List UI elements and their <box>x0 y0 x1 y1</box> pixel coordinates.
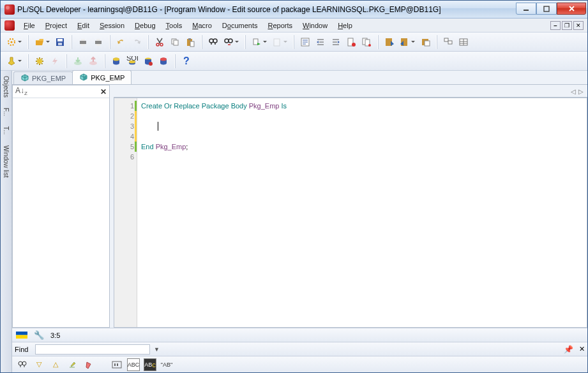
menu-file[interactable]: File <box>19 20 40 31</box>
find-replace-button[interactable] <box>222 35 241 49</box>
vtab-f[interactable]: F... <box>2 105 10 119</box>
whole-word-icon[interactable] <box>110 358 123 371</box>
copy-button[interactable] <box>168 35 182 49</box>
scroll-right-icon[interactable]: ▷ <box>578 88 585 94</box>
new-button[interactable] <box>4 35 24 49</box>
menu-debug[interactable]: Debug <box>130 20 160 31</box>
flash-button[interactable] <box>48 54 62 68</box>
tab-label: PKG_EMP <box>32 75 66 82</box>
unindent-button[interactable] <box>329 35 343 49</box>
find-all-icon[interactable] <box>16 358 29 371</box>
mdi-minimize-button[interactable]: ‒ <box>550 21 561 30</box>
svg-rect-7 <box>80 41 86 44</box>
code-area[interactable]: Create Or Replace Package Body Pkg_Emp I… <box>137 98 587 327</box>
scroll-left-icon[interactable]: ◁ <box>571 88 577 94</box>
find-toolbar: ▽ △ ABC ABc "AB" <box>12 356 587 372</box>
mdi-close-button[interactable]: ✕ <box>573 21 584 30</box>
db-yellow-button[interactable] <box>109 54 123 68</box>
find-input[interactable] <box>35 344 150 355</box>
wrench-icon[interactable]: 🔧 <box>34 330 44 340</box>
tab-pkg-emp-spec[interactable]: PKG_EMP <box>13 71 73 84</box>
tool-b-button[interactable] <box>398 35 417 49</box>
svg-point-43 <box>113 57 119 61</box>
svg-point-3 <box>10 41 12 43</box>
svg-rect-24 <box>253 39 258 45</box>
minimize-button[interactable] <box>516 3 536 15</box>
clear-icon[interactable] <box>82 358 95 371</box>
line-gutter: 1 2 3 4 5 6 <box>114 98 137 327</box>
vtab-objects[interactable]: Objects <box>2 73 10 100</box>
menu-project[interactable]: Project <box>40 20 72 31</box>
explain-plan-button[interactable] <box>298 35 312 49</box>
cursor-position: 3:5 <box>50 332 60 339</box>
find-next-icon[interactable]: ▽ <box>33 358 45 371</box>
panel-close-button[interactable]: ✕ <box>100 87 107 96</box>
open-button[interactable] <box>33 35 52 49</box>
commit-button[interactable] <box>71 54 85 68</box>
compile-button[interactable] <box>344 35 358 49</box>
find-prev-icon[interactable]: △ <box>49 358 62 371</box>
code-editor[interactable]: 1 2 3 4 5 6 Create Or Replace Package Bo… <box>114 98 587 328</box>
vtab-t[interactable]: T... <box>2 124 10 137</box>
gear-button[interactable] <box>33 54 47 68</box>
svg-rect-37 <box>448 41 452 44</box>
close-button[interactable] <box>557 3 586 15</box>
svg-point-23 <box>229 39 232 43</box>
quote-icon[interactable]: "AB" <box>160 358 173 371</box>
find-close-icon[interactable]: ✕ <box>579 345 585 353</box>
menu-help[interactable]: Help <box>333 20 358 31</box>
cut-button[interactable] <box>153 35 167 49</box>
print-button[interactable] <box>76 35 90 49</box>
redo-button[interactable] <box>130 35 144 49</box>
menu-macro[interactable]: Macro <box>187 20 217 31</box>
menu-documents[interactable]: Documents <box>217 20 263 31</box>
pin-icon[interactable]: 📌 <box>564 345 573 354</box>
find-button[interactable] <box>206 35 220 49</box>
regex-icon[interactable]: ABc <box>144 358 156 371</box>
tab-pkg-emp-body[interactable]: PKG_EMP <box>72 70 132 84</box>
svg-point-20 <box>209 39 213 43</box>
print-setup-button[interactable] <box>91 35 105 49</box>
maximize-button[interactable] <box>536 3 557 15</box>
menu-reports[interactable]: Reports <box>262 20 298 31</box>
tool-c-button[interactable] <box>418 35 432 49</box>
window-list-button[interactable] <box>441 35 455 49</box>
indent-button[interactable] <box>313 35 328 49</box>
find-dropdown-icon[interactable]: ▼ <box>154 346 160 353</box>
sort-icon[interactable]: A↓Z <box>15 86 27 96</box>
break-button[interactable] <box>270 35 289 49</box>
object-browser-panel: A↓Z ✕ <box>12 85 110 328</box>
svg-point-48 <box>149 62 153 66</box>
menu-window[interactable]: Window <box>298 20 333 31</box>
tool-a-button[interactable] <box>382 35 396 49</box>
execute-button[interactable] <box>250 35 269 49</box>
grid-button[interactable] <box>456 35 471 49</box>
menu-session[interactable]: Session <box>94 20 130 31</box>
save-button[interactable] <box>53 35 67 49</box>
rollback-button[interactable] <box>86 54 100 68</box>
title-bar: PL/SQL Developer - learningsql@DB11G - [… <box>1 1 587 18</box>
logon-button[interactable] <box>4 54 24 68</box>
file-tabs: PKG_EMP PKG_EMP <box>12 71 587 85</box>
object-browser-body[interactable] <box>13 98 109 327</box>
db-sql-button[interactable]: SQL <box>124 54 140 68</box>
help-button[interactable]: ? <box>179 54 193 68</box>
db-gear-button[interactable] <box>141 54 155 68</box>
menu-edit[interactable]: Edit <box>72 20 94 31</box>
mdi-restore-button[interactable]: ❐ <box>562 21 572 30</box>
undo-button[interactable] <box>114 35 128 49</box>
compile-all-button[interactable] <box>359 35 373 49</box>
svg-rect-5 <box>57 39 63 41</box>
vtab-windowlist[interactable]: Window list <box>2 143 10 180</box>
svg-rect-16 <box>174 40 178 45</box>
svg-point-22 <box>225 39 229 43</box>
menu-tools[interactable]: Tools <box>161 20 188 31</box>
db-red-button[interactable] <box>156 54 170 68</box>
svg-rect-18 <box>188 38 191 40</box>
paste-button[interactable] <box>183 35 197 49</box>
svg-rect-6 <box>58 43 62 45</box>
case-sensitive-icon[interactable]: ABC <box>127 358 140 371</box>
highlight-icon[interactable] <box>66 358 79 371</box>
toolbar-session: SQL ? <box>1 52 587 71</box>
svg-point-53 <box>19 362 22 365</box>
